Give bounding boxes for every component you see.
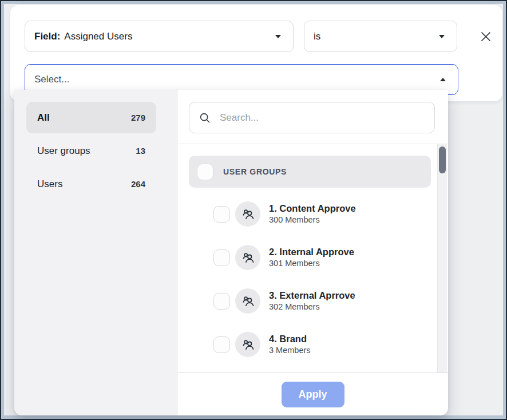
x-icon	[480, 30, 492, 43]
scrollbar-track[interactable]	[437, 144, 447, 373]
group-row[interactable]: 1. Content Approve300 Members	[189, 192, 356, 236]
group-avatar	[235, 332, 260, 357]
group-name: 3. External Aprrove	[269, 291, 355, 300]
category-label: All	[37, 112, 50, 124]
users-icon	[241, 294, 255, 308]
apply-button[interactable]: Apply	[282, 382, 344, 407]
category-item-user-groups[interactable]: User groups13	[26, 135, 156, 167]
select-placeholder: Select...	[34, 74, 69, 85]
group-checkbox[interactable]	[213, 336, 230, 353]
group-name: 4. Brand	[269, 334, 311, 344]
group-avatar	[235, 245, 260, 270]
close-filter-button[interactable]	[473, 24, 498, 49]
group-avatar	[235, 201, 260, 227]
results-column: USER GROUPS 1. Content Approve300 Member…	[177, 90, 448, 415]
field-label: Field:	[34, 31, 60, 42]
category-item-users[interactable]: Users264	[26, 168, 156, 200]
group-row[interactable]: 3. External Aprrove302 Members	[189, 279, 355, 323]
category-sidebar: All279User groups13Users264	[14, 90, 177, 415]
select-all-groups-checkbox[interactable]	[197, 164, 213, 180]
filter-popover-screen: Field: Assigned Users is Select... All27…	[0, 0, 507, 420]
group-text: 3. External Aprrove302 Members	[269, 291, 355, 312]
group-members-count: 301 Members	[269, 259, 354, 268]
section-header-label: USER GROUPS	[223, 167, 287, 176]
users-icon	[241, 338, 255, 352]
operator-value: is	[314, 31, 320, 42]
search-box[interactable]	[189, 102, 435, 133]
category-count: 279	[131, 113, 145, 122]
group-checkbox[interactable]	[213, 293, 230, 310]
group-checkbox[interactable]	[213, 206, 230, 223]
group-text: 2. Internal Approve301 Members	[269, 247, 354, 268]
panel-footer: Apply	[177, 373, 448, 415]
triangle-up-icon	[440, 78, 446, 81]
group-name: 2. Internal Approve	[269, 247, 354, 257]
triangle-down-icon	[439, 35, 445, 38]
group-name: 1. Content Approve	[269, 204, 356, 213]
group-row[interactable]: 4. Brand3 Members	[189, 323, 311, 366]
group-members-count: 300 Members	[269, 216, 356, 224]
group-text: 1. Content Approve300 Members	[269, 204, 356, 225]
group-members-count: 3 Members	[269, 346, 311, 355]
operator-select[interactable]: is	[304, 21, 457, 52]
category-count: 264	[131, 179, 145, 189]
section-header-user-groups: USER GROUPS	[189, 156, 431, 188]
search-input[interactable]	[219, 112, 434, 124]
magnifier-icon	[199, 112, 211, 124]
category-label: User groups	[37, 145, 90, 157]
group-list: USER GROUPS 1. Content Approve300 Member…	[177, 144, 448, 373]
users-icon	[241, 251, 255, 265]
category-count: 13	[136, 146, 145, 156]
category-label: Users	[37, 179, 62, 190]
field-select[interactable]: Field: Assigned Users	[25, 21, 294, 52]
group-text: 4. Brand3 Members	[269, 334, 311, 355]
group-row-partial[interactable]	[189, 366, 260, 373]
category-item-all[interactable]: All279	[26, 102, 156, 133]
group-members-count: 302 Members	[269, 303, 355, 311]
search-area	[177, 90, 448, 144]
group-row[interactable]: 2. Internal Approve301 Members	[189, 236, 354, 279]
triangle-down-icon	[275, 35, 281, 38]
group-checkbox[interactable]	[213, 249, 230, 266]
value-dropdown-panel: All279User groups13Users264 USER GROUPS	[14, 90, 448, 415]
users-icon	[241, 207, 255, 221]
group-avatar	[235, 288, 260, 314]
scrollbar-thumb[interactable]	[439, 146, 446, 173]
field-value: Assigned Users	[64, 31, 132, 42]
filter-card: Field: Assigned Users is Select...	[10, 5, 502, 101]
